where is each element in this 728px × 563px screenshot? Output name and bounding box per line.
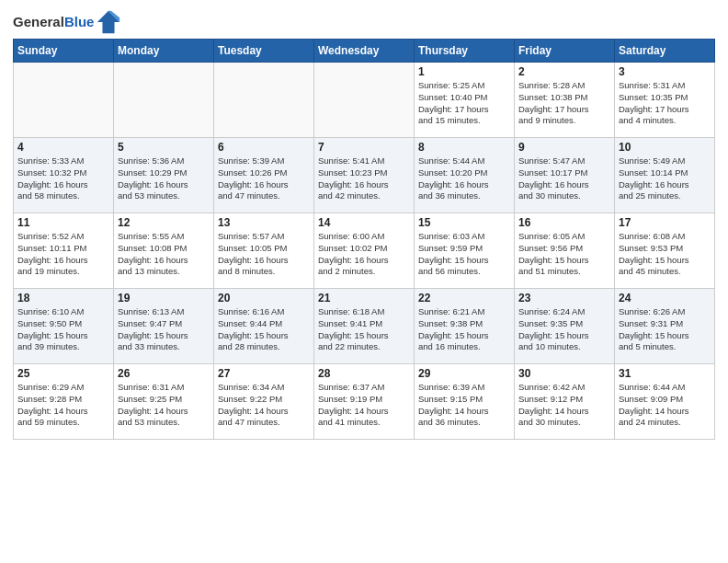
day-number: 16	[518, 216, 610, 229]
day-info: Sunrise: 6:13 AM Sunset: 9:47 PM Dayligh…	[118, 306, 210, 353]
calendar-cell: 12Sunrise: 5:55 AM Sunset: 10:08 PM Dayl…	[114, 213, 214, 289]
day-number: 31	[619, 367, 711, 380]
day-info: Sunrise: 5:25 AM Sunset: 10:40 PM Daylig…	[418, 80, 510, 127]
calendar-cell	[214, 63, 314, 138]
day-number: 11	[17, 216, 109, 229]
day-info: Sunrise: 5:33 AM Sunset: 10:32 PM Daylig…	[17, 155, 109, 202]
day-info: Sunrise: 6:24 AM Sunset: 9:35 PM Dayligh…	[518, 306, 610, 353]
col-header-sunday: Sunday	[14, 40, 114, 63]
calendar-cell: 30Sunrise: 6:42 AM Sunset: 9:12 PM Dayli…	[515, 364, 615, 440]
calendar-cell: 1Sunrise: 5:25 AM Sunset: 10:40 PM Dayli…	[415, 63, 515, 138]
calendar-cell: 31Sunrise: 6:44 AM Sunset: 9:09 PM Dayli…	[615, 364, 715, 440]
day-number: 26	[118, 367, 210, 380]
calendar-cell: 24Sunrise: 6:26 AM Sunset: 9:31 PM Dayli…	[615, 289, 715, 364]
day-info: Sunrise: 6:34 AM Sunset: 9:22 PM Dayligh…	[218, 382, 310, 429]
logo-text: GeneralBlue	[13, 15, 94, 30]
col-header-tuesday: Tuesday	[214, 40, 314, 63]
calendar-week-3: 11Sunrise: 5:52 AM Sunset: 10:11 PM Dayl…	[14, 213, 715, 289]
day-info: Sunrise: 6:16 AM Sunset: 9:44 PM Dayligh…	[218, 306, 310, 353]
day-info: Sunrise: 6:10 AM Sunset: 9:50 PM Dayligh…	[17, 306, 109, 353]
day-info: Sunrise: 6:39 AM Sunset: 9:15 PM Dayligh…	[418, 382, 510, 429]
calendar-cell	[114, 63, 214, 138]
day-number: 4	[17, 141, 109, 154]
calendar-week-2: 4Sunrise: 5:33 AM Sunset: 10:32 PM Dayli…	[14, 138, 715, 213]
day-info: Sunrise: 5:49 AM Sunset: 10:14 PM Daylig…	[619, 155, 711, 202]
day-info: Sunrise: 6:31 AM Sunset: 9:25 PM Dayligh…	[118, 382, 210, 429]
day-info: Sunrise: 6:26 AM Sunset: 9:31 PM Dayligh…	[619, 306, 711, 353]
calendar-cell: 25Sunrise: 6:29 AM Sunset: 9:28 PM Dayli…	[14, 364, 114, 440]
calendar-cell: 13Sunrise: 5:57 AM Sunset: 10:05 PM Dayl…	[214, 213, 314, 289]
day-number: 6	[218, 141, 310, 154]
day-number: 7	[318, 141, 410, 154]
calendar-table: SundayMondayTuesdayWednesdayThursdayFrid…	[13, 39, 715, 440]
calendar-cell: 27Sunrise: 6:34 AM Sunset: 9:22 PM Dayli…	[214, 364, 314, 440]
calendar-cell: 17Sunrise: 6:08 AM Sunset: 9:53 PM Dayli…	[615, 213, 715, 289]
day-number: 22	[418, 292, 510, 304]
day-number: 19	[118, 292, 210, 304]
day-number: 14	[318, 216, 410, 229]
day-info: Sunrise: 5:44 AM Sunset: 10:20 PM Daylig…	[418, 155, 510, 202]
calendar-cell: 26Sunrise: 6:31 AM Sunset: 9:25 PM Dayli…	[114, 364, 214, 440]
day-number: 21	[318, 292, 410, 304]
day-info: Sunrise: 6:42 AM Sunset: 9:12 PM Dayligh…	[518, 382, 610, 429]
day-info: Sunrise: 6:03 AM Sunset: 9:59 PM Dayligh…	[418, 231, 510, 278]
day-info: Sunrise: 6:00 AM Sunset: 10:02 PM Daylig…	[318, 231, 410, 278]
calendar-cell: 2Sunrise: 5:28 AM Sunset: 10:38 PM Dayli…	[515, 63, 615, 138]
calendar-week-5: 25Sunrise: 6:29 AM Sunset: 9:28 PM Dayli…	[14, 364, 715, 440]
day-info: Sunrise: 5:31 AM Sunset: 10:35 PM Daylig…	[619, 80, 711, 127]
day-number: 9	[518, 141, 610, 154]
day-info: Sunrise: 5:36 AM Sunset: 10:29 PM Daylig…	[118, 155, 210, 202]
calendar-cell: 5Sunrise: 5:36 AM Sunset: 10:29 PM Dayli…	[114, 138, 214, 213]
calendar-cell: 23Sunrise: 6:24 AM Sunset: 9:35 PM Dayli…	[515, 289, 615, 364]
calendar-cell: 28Sunrise: 6:37 AM Sunset: 9:19 PM Dayli…	[314, 364, 415, 440]
col-header-monday: Monday	[114, 40, 214, 63]
calendar-cell	[14, 63, 114, 138]
calendar-cell	[314, 63, 415, 138]
calendar-cell: 4Sunrise: 5:33 AM Sunset: 10:32 PM Dayli…	[14, 138, 114, 213]
calendar-cell: 9Sunrise: 5:47 AM Sunset: 10:17 PM Dayli…	[515, 138, 615, 213]
calendar-cell: 16Sunrise: 6:05 AM Sunset: 9:56 PM Dayli…	[515, 213, 615, 289]
col-header-saturday: Saturday	[615, 40, 715, 63]
day-number: 3	[619, 65, 711, 78]
day-number: 12	[118, 216, 210, 229]
calendar-cell: 3Sunrise: 5:31 AM Sunset: 10:35 PM Dayli…	[615, 63, 715, 138]
day-number: 20	[218, 292, 310, 304]
day-number: 25	[17, 367, 109, 380]
day-number: 27	[218, 367, 310, 380]
logo-icon	[96, 9, 121, 35]
calendar-cell: 19Sunrise: 6:13 AM Sunset: 9:47 PM Dayli…	[114, 289, 214, 364]
day-info: Sunrise: 6:44 AM Sunset: 9:09 PM Dayligh…	[619, 382, 711, 429]
day-number: 1	[418, 65, 510, 78]
header: GeneralBlue	[13, 9, 715, 35]
calendar-cell: 8Sunrise: 5:44 AM Sunset: 10:20 PM Dayli…	[415, 138, 515, 213]
col-header-thursday: Thursday	[415, 40, 515, 63]
calendar-cell: 11Sunrise: 5:52 AM Sunset: 10:11 PM Dayl…	[14, 213, 114, 289]
day-number: 13	[218, 216, 310, 229]
calendar-cell: 18Sunrise: 6:10 AM Sunset: 9:50 PM Dayli…	[14, 289, 114, 364]
day-info: Sunrise: 5:41 AM Sunset: 10:23 PM Daylig…	[318, 155, 410, 202]
calendar-header-row: SundayMondayTuesdayWednesdayThursdayFrid…	[14, 40, 715, 63]
page: GeneralBlue SundayMondayTuesdayWednesday…	[0, 0, 728, 447]
day-number: 15	[418, 216, 510, 229]
day-number: 23	[518, 292, 610, 304]
svg-marker-0	[97, 11, 119, 33]
calendar-cell: 21Sunrise: 6:18 AM Sunset: 9:41 PM Dayli…	[314, 289, 415, 364]
day-info: Sunrise: 6:05 AM Sunset: 9:56 PM Dayligh…	[518, 231, 610, 278]
calendar-cell: 15Sunrise: 6:03 AM Sunset: 9:59 PM Dayli…	[415, 213, 515, 289]
calendar-cell: 14Sunrise: 6:00 AM Sunset: 10:02 PM Dayl…	[314, 213, 415, 289]
day-info: Sunrise: 6:18 AM Sunset: 9:41 PM Dayligh…	[318, 306, 410, 353]
calendar-cell: 29Sunrise: 6:39 AM Sunset: 9:15 PM Dayli…	[415, 364, 515, 440]
day-info: Sunrise: 5:47 AM Sunset: 10:17 PM Daylig…	[518, 155, 610, 202]
day-number: 24	[619, 292, 711, 304]
calendar-cell: 7Sunrise: 5:41 AM Sunset: 10:23 PM Dayli…	[314, 138, 415, 213]
calendar-week-4: 18Sunrise: 6:10 AM Sunset: 9:50 PM Dayli…	[14, 289, 715, 364]
col-header-wednesday: Wednesday	[314, 40, 415, 63]
calendar-week-1: 1Sunrise: 5:25 AM Sunset: 10:40 PM Dayli…	[14, 63, 715, 138]
calendar-cell: 20Sunrise: 6:16 AM Sunset: 9:44 PM Dayli…	[214, 289, 314, 364]
day-info: Sunrise: 5:57 AM Sunset: 10:05 PM Daylig…	[218, 231, 310, 278]
day-number: 18	[17, 292, 109, 304]
day-number: 2	[518, 65, 610, 78]
calendar-cell: 6Sunrise: 5:39 AM Sunset: 10:26 PM Dayli…	[214, 138, 314, 213]
day-number: 8	[418, 141, 510, 154]
day-number: 5	[118, 141, 210, 154]
